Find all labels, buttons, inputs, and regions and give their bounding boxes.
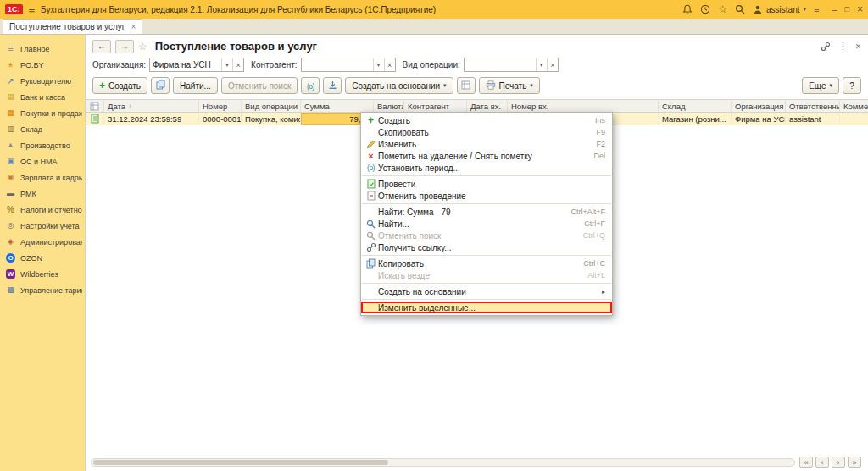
context-menu-item[interactable]: Искать вездеAlt+L bbox=[361, 269, 612, 281]
context-menu-item[interactable]: ×Пометить на удаление / Снять пометкуDel bbox=[361, 150, 612, 162]
find-button[interactable]: Найти... bbox=[173, 77, 218, 94]
context-menu-item[interactable]: Отменить поискCtrl+Q bbox=[361, 230, 612, 241]
print-button-label: Печать bbox=[499, 81, 527, 91]
column-header[interactable]: Валюта bbox=[374, 100, 404, 112]
go-last-button[interactable]: » bbox=[848, 457, 861, 468]
kebab-menu-icon[interactable]: ⋮ bbox=[838, 41, 848, 52]
context-menu-item[interactable]: (о)Установить период... bbox=[361, 162, 612, 174]
sidebar-item-warehouse[interactable]: ▥ Склад bbox=[0, 121, 85, 137]
filter-combo[interactable]: ▾ × bbox=[301, 58, 396, 72]
filter-combo[interactable]: Фирма на УСН ▾ × bbox=[149, 58, 244, 72]
context-menu-item[interactable]: Провести bbox=[361, 178, 612, 190]
tab-postuplenie-tovarov[interactable]: Поступление товаров и услуг × bbox=[3, 19, 142, 34]
context-menu-item[interactable]: Создать на основании▸ bbox=[361, 285, 612, 297]
favorites-star-icon[interactable]: ☆ bbox=[718, 4, 727, 14]
pencil-icon bbox=[364, 140, 378, 149]
history-icon[interactable] bbox=[700, 4, 710, 14]
sidebar-item-wildberries[interactable]: W Wildberries bbox=[0, 266, 85, 282]
bell-icon[interactable] bbox=[682, 4, 693, 15]
tab-close-icon[interactable]: × bbox=[131, 23, 136, 31]
column-header[interactable]: Контрагент bbox=[404, 100, 467, 112]
column-header[interactable]: Номер bbox=[199, 100, 242, 112]
close-page-icon[interactable]: × bbox=[855, 41, 861, 53]
close-icon[interactable]: × bbox=[857, 3, 863, 15]
column-header[interactable]: Коммент... bbox=[840, 100, 868, 112]
sidebar-item-salary-hr[interactable]: ◉ Зарплата и кадры bbox=[0, 169, 85, 186]
help-button[interactable]: ? bbox=[843, 77, 861, 94]
chevron-down-icon[interactable]: ▾ bbox=[221, 58, 232, 71]
clear-icon[interactable]: × bbox=[384, 58, 395, 71]
table-cell[interactable]: Магазин (розни... bbox=[659, 113, 732, 125]
table-settings-icon[interactable] bbox=[86, 100, 104, 112]
column-header[interactable]: Сумма bbox=[301, 100, 374, 112]
go-next-button[interactable]: › bbox=[832, 457, 845, 468]
context-menu-item[interactable]: Найти: Сумма - 79Ctrl+Alt+F bbox=[361, 206, 612, 218]
sidebar-item-tariff[interactable]: ▩ Управление тарифом bbox=[0, 282, 85, 298]
forward-button[interactable]: → bbox=[115, 40, 134, 53]
copy-document-button[interactable] bbox=[151, 77, 170, 94]
sidebar-item-purchases-sales[interactable]: ▦ Покупки и продажи bbox=[0, 105, 85, 121]
scrollbar-thumb[interactable] bbox=[93, 460, 388, 465]
menu-item-shortcut: F2 bbox=[596, 140, 605, 148]
chevron-down-icon[interactable]: ▾ bbox=[373, 58, 384, 71]
hamburger-icon[interactable]: ≡ bbox=[29, 4, 36, 15]
column-header[interactable]: Дата вх. bbox=[467, 100, 508, 112]
user-menu[interactable]: assistant ▾ bbox=[753, 4, 806, 14]
table-cell[interactable]: 0000-000107 bbox=[199, 113, 242, 125]
context-menu-item[interactable]: Получить ссылку... bbox=[361, 241, 612, 253]
sidebar-item-accounting-settings[interactable]: ◎ Настройки учета bbox=[0, 218, 85, 234]
context-menu-item[interactable]: КопироватьCtrl+C bbox=[361, 258, 612, 269]
context-menu-item[interactable]: Найти...Ctrl+F bbox=[361, 218, 612, 230]
column-header[interactable]: Номер вх. bbox=[508, 100, 659, 112]
filter-combo[interactable]: ▾ × bbox=[464, 58, 559, 72]
column-header[interactable]: Дата↓ bbox=[104, 100, 199, 112]
table-cell[interactable]: 31.12.2024 23:59:59 bbox=[104, 113, 199, 125]
chevron-down-icon[interactable]: ▾ bbox=[536, 58, 547, 71]
sidebar-item-po-by[interactable]: * PO.BY bbox=[0, 57, 85, 73]
sidebar-item-manager[interactable]: ↗ Руководителю bbox=[0, 73, 85, 89]
chart-icon: ↗ bbox=[5, 77, 16, 86]
column-header[interactable]: Склад bbox=[659, 100, 732, 112]
horizontal-scrollbar[interactable] bbox=[91, 458, 795, 467]
registry-button[interactable] bbox=[457, 77, 476, 94]
plus-icon: + bbox=[364, 115, 378, 125]
table-cell[interactable]: assistant bbox=[786, 113, 840, 125]
column-header[interactable]: Ответственный bbox=[786, 100, 840, 112]
cancel-search-button[interactable]: Отменить поиск bbox=[221, 77, 298, 94]
context-menu-item[interactable]: ИзменитьF2 bbox=[361, 138, 612, 150]
back-button[interactable]: ← bbox=[92, 40, 111, 53]
set-period-button[interactable]: (о) bbox=[301, 77, 320, 94]
sidebar-item-main[interactable]: ≡ Главное bbox=[0, 41, 85, 57]
service-menu-icon[interactable]: ≡ bbox=[814, 5, 819, 14]
column-header[interactable]: Организация bbox=[732, 100, 786, 112]
create-button[interactable]: + Создать bbox=[92, 77, 147, 94]
print-button[interactable]: Печать ▾ bbox=[479, 77, 540, 94]
search-icon[interactable] bbox=[735, 4, 745, 14]
table-cell[interactable]: Покупка, комис... bbox=[242, 113, 301, 125]
clear-icon[interactable]: × bbox=[232, 58, 243, 71]
get-link-icon[interactable] bbox=[821, 42, 831, 52]
sidebar-item-rmk[interactable]: ▬ РМК bbox=[0, 186, 85, 202]
sidebar-item-bank-cash[interactable]: ▤ Банк и касса bbox=[0, 89, 85, 105]
sidebar-item-production[interactable]: ▲ Производство bbox=[0, 137, 85, 153]
context-menu-item[interactable]: СкопироватьF9 bbox=[361, 126, 612, 138]
more-button[interactable]: Еще ▾ bbox=[802, 77, 839, 94]
load-button[interactable] bbox=[323, 77, 342, 94]
context-menu-item[interactable]: Отменить проведение bbox=[361, 190, 612, 202]
column-header[interactable]: Вид операции bbox=[242, 100, 301, 112]
table-cell[interactable]: Фирма на УСН bbox=[732, 113, 786, 125]
sidebar-item-fixed-assets[interactable]: ▣ ОС и НМА bbox=[0, 153, 85, 169]
go-first-button[interactable]: « bbox=[799, 457, 813, 468]
minimize-icon[interactable]: – bbox=[832, 4, 837, 14]
table-cell[interactable] bbox=[840, 113, 868, 125]
clear-icon[interactable]: × bbox=[547, 58, 558, 71]
go-prev-button[interactable]: ‹ bbox=[815, 457, 829, 468]
context-menu-item[interactable]: Изменить выделенные... bbox=[361, 302, 612, 313]
sidebar-item-administration[interactable]: ◈ Администрирование bbox=[0, 234, 85, 250]
context-menu-item[interactable]: +СоздатьIns bbox=[361, 114, 612, 126]
add-favorite-star-icon[interactable]: ☆ bbox=[138, 42, 147, 52]
create-based-on-button[interactable]: Создать на основании ▾ bbox=[345, 77, 453, 94]
sidebar-item-ozon[interactable]: O OZON bbox=[0, 250, 85, 266]
sidebar-item-taxes-reports[interactable]: % Налоги и отчетность bbox=[0, 202, 85, 218]
maximize-icon[interactable]: □ bbox=[845, 5, 849, 14]
